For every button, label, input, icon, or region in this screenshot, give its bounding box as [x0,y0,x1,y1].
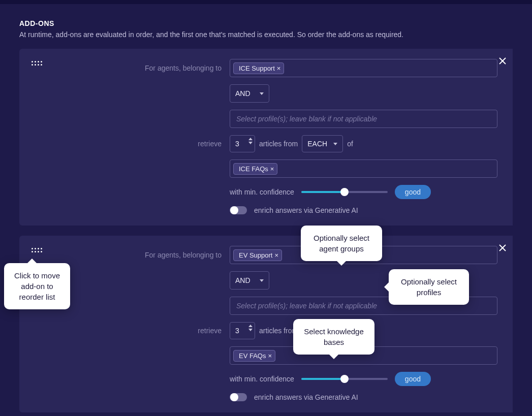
confidence-badge: good [395,185,431,199]
remove-chip-icon[interactable]: × [275,251,279,259]
slider-thumb[interactable] [340,188,349,196]
close-icon [499,57,506,65]
chevron-down-icon [333,143,337,145]
enrich-label: enrich answers via Generative AI [254,393,358,401]
slider-fill [301,378,345,380]
chip-label: EV FAQs [239,352,266,360]
remove-chip-icon[interactable]: × [270,165,274,173]
retrieve-count-input[interactable]: 3 [230,135,255,152]
profiles-placeholder: Select profile(s); leave blank if not ap… [233,115,377,123]
knowledge-base-chip[interactable]: ICE FAQs × [233,163,277,175]
enrich-toggle[interactable] [230,206,247,214]
toggle-knob [230,393,238,401]
knowledge-base-chip[interactable]: EV FAQs × [233,350,275,362]
chevron-down-icon [260,92,264,95]
step-down-icon[interactable] [248,329,253,331]
retrieve-label: retrieve [47,140,230,148]
confidence-slider[interactable] [301,374,388,384]
min-confidence-label: with min. confidence [230,188,294,196]
select-value: EACH [307,140,327,148]
addon-card: For agents, belonging to EV Support × AN… [19,236,513,412]
remove-chip-icon[interactable]: × [277,65,281,72]
addon-card: For agents, belonging to ICE Support × A… [19,49,513,226]
step-up-icon[interactable] [248,325,253,327]
close-icon [499,244,506,251]
drag-handle-icon[interactable] [32,248,43,252]
knowledge-bases-input[interactable]: ICE FAQs × [230,159,497,178]
retrieve-count-value: 3 [235,140,239,148]
agent-groups-input[interactable]: ICE Support × [230,59,497,77]
slider-thumb[interactable] [340,375,349,383]
slider-fill [301,191,345,193]
min-confidence-label: with min. confidence [230,375,294,383]
enrich-toggle[interactable] [230,393,247,401]
agent-group-chip[interactable]: ICE Support × [233,62,284,74]
chip-label: ICE FAQs [239,165,268,173]
profiles-input[interactable]: Select profile(s); leave blank if not ap… [230,110,497,128]
chip-label: EV Support [239,251,273,259]
logic-operator-select[interactable]: AND [230,271,269,290]
step-down-icon[interactable] [248,142,253,144]
callout-profiles: Optionally select profiles [389,269,469,305]
retrieve-count-input[interactable]: 3 [230,322,255,339]
confidence-badge: good [395,372,431,386]
callout-reorder: Click to move add-on to reorder list [4,263,70,309]
retrieve-count-value: 3 [235,327,239,335]
toggle-knob [230,206,238,214]
remove-addon-button[interactable] [496,55,509,67]
for-agents-label: For agents, belonging to [47,251,230,259]
chevron-down-icon [260,279,264,282]
drag-handle-icon[interactable] [32,61,43,66]
enrich-label: enrich answers via Generative AI [254,206,358,214]
step-up-icon[interactable] [248,138,253,140]
retrieve-label: retrieve [47,327,230,335]
select-value: AND [235,276,251,284]
top-bar [0,0,532,4]
select-value: AND [235,89,251,98]
profiles-placeholder: Select profile(s); leave blank if not ap… [233,302,377,310]
of-text: of [347,140,353,148]
callout-knowledge-bases: Select knowledge bases [293,319,374,355]
remove-chip-icon[interactable]: × [268,352,272,360]
for-agents-label: For agents, belonging to [47,64,230,72]
agent-group-chip[interactable]: EV Support × [233,249,282,261]
retrieve-scope-select[interactable]: EACH [302,135,343,152]
section-description: At runtime, add-ons are evaluated in ord… [19,30,513,39]
section-title: ADD-ONS [19,19,513,27]
articles-from-text: articles from [259,327,298,335]
callout-agent-groups: Optionally select agent groups [301,226,382,261]
remove-addon-button[interactable] [496,242,509,254]
logic-operator-select[interactable]: AND [230,84,269,103]
confidence-slider[interactable] [301,187,388,197]
articles-from-text: articles from [259,140,298,148]
chip-label: ICE Support [239,65,275,72]
